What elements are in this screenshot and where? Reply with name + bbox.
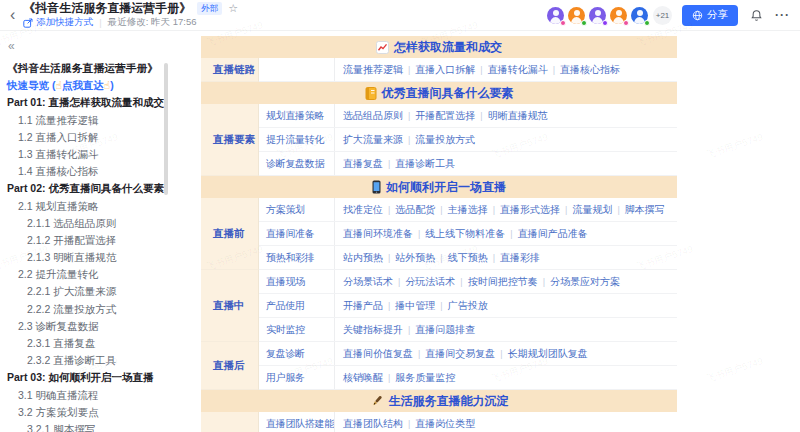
doc-link[interactable]: 直播彩排 [500,251,540,265]
outline-item[interactable]: 快速导览 (☝点我直达☝) [0,77,176,94]
avatar[interactable] [589,7,606,24]
bell-icon[interactable] [750,9,763,22]
doc-link[interactable]: 开播产品 [343,299,383,313]
doc-link[interactable]: 线上线下物料准备 [425,227,505,241]
outline-item[interactable]: 2.2 提升流量转化 [0,266,176,283]
outline-item[interactable]: 2.1.1 选品组品原则 [0,215,176,232]
sidebar-scrollbar[interactable] [164,63,168,195]
outline-item[interactable]: 2.2.1 扩大流量来源 [0,283,176,300]
doc-link[interactable]: 直播诊断工具 [395,157,455,171]
table-group: 直播前方案策划找准定位|选品配货|主播选择|直播形式选择|流量规划|脚本撰写直播… [201,198,677,270]
status-dot [623,20,629,26]
collapse-sidebar-icon[interactable]: « [8,39,15,53]
outline-item[interactable]: 2.1 规划直播策略 [0,198,176,215]
doc-link[interactable]: 站外预热 [395,251,435,265]
outline-item[interactable]: 3.1 明确直播流程 [0,387,176,404]
doc-link[interactable]: 直播间价值复盘 [343,347,413,361]
doc-link[interactable]: 直播间交易复盘 [425,347,495,361]
outline-item[interactable]: 3.2 方案策划要点 [0,404,176,421]
outline-item[interactable]: 2.2.2 流量投放方式 [0,301,176,318]
outline-list: 《抖音生活服务直播运营手册》快速导览 (☝点我直达☝)Part 01: 直播怎样… [0,60,176,432]
subcategory-link[interactable]: 预热和彩排 [259,246,335,269]
doc-link[interactable]: 选品组品原则 [343,109,403,123]
outline-item[interactable]: Part 03: 如何顺利开启一场直播 [0,369,176,386]
doc-link[interactable]: 直播问题排查 [415,323,475,337]
doc-link[interactable]: 直播入口拆解 [415,63,475,77]
subcategory-link[interactable]: 诊断复盘数据 [259,152,335,175]
doc-link[interactable]: 直播团队结构 [343,417,403,431]
subcategory-link[interactable]: 直播现场 [259,270,335,293]
collaborator-count-badge[interactable]: +21 [653,6,672,25]
outline-item[interactable]: Part 02: 优秀直播间具备什么要素 [0,180,176,197]
avatar[interactable] [568,7,585,24]
outline-item[interactable]: 1.4 直播核心指标 [0,163,176,180]
link-separator: | [418,349,420,359]
doc-link[interactable]: 找准定位 [343,203,383,217]
band-header: 怎样获取流量和成交 [201,36,677,58]
subcategory-link[interactable]: 规划直播策略 [259,104,335,127]
doc-link[interactable]: 直播核心指标 [560,63,620,77]
table-row: 流量推荐逻辑|直播入口拆解|直播转化漏斗|直播核心指标 [259,58,677,82]
outline-item[interactable]: 2.3 诊断复盘数据 [0,318,176,335]
outline-item[interactable]: 《抖音生活服务直播运营手册》 [0,60,176,77]
outline-item[interactable]: 2.1.3 明晰直播规范 [0,249,176,266]
link-separator: | [408,325,410,335]
avatar[interactable] [610,7,627,24]
subcategory-link[interactable]: 用户服务 [259,366,335,389]
doc-link[interactable]: 直播复盘 [343,157,383,171]
subcategory-link[interactable]: 直播间准备 [259,222,335,245]
doc-link[interactable]: 直播转化漏斗 [488,63,548,77]
avatar[interactable] [547,7,564,24]
outline-item[interactable]: 1.1 流量推荐逻辑 [0,112,176,129]
doc-link[interactable]: 主播选择 [448,203,488,217]
doc-link[interactable]: 脚本撰写 [625,203,665,217]
doc-link[interactable]: 开播配置选择 [415,109,475,123]
doc-link[interactable]: 分玩法话术 [405,275,455,289]
outline-item[interactable]: 1.2 直播入口拆解 [0,129,176,146]
doc-link[interactable]: 线下预热 [448,251,488,265]
outline-item[interactable]: 1.3 直播转化漏斗 [0,146,176,163]
subcategory-link[interactable]: 直播团队搭建能力 [259,412,335,432]
doc-link[interactable]: 扩大流量来源 [343,133,403,147]
doc-link[interactable]: 选品配货 [395,203,435,217]
doc-link[interactable]: 播中管理 [395,299,435,313]
doc-link[interactable]: 关键指标提升 [343,323,403,337]
avatar[interactable] [631,7,648,24]
outline-item[interactable]: Part 01: 直播怎样获取流量和成交 [0,94,176,111]
doc-link[interactable]: 直播间产品准备 [518,227,588,241]
star-icon[interactable]: ☆ [228,3,238,14]
subcategory-link[interactable]: 提升流量转化 [259,128,335,151]
doc-link[interactable]: 直播间环境准备 [343,227,413,241]
subcategory-link[interactable]: 方案策划 [259,198,335,221]
outline-item[interactable]: 2.3.1 直播复盘 [0,335,176,352]
doc-link[interactable]: 流量规划 [572,203,612,217]
back-button[interactable]: ‹ [10,7,15,23]
doc-link[interactable]: 广告投放 [448,299,488,313]
share-button[interactable]: 分享 [682,5,738,26]
add-shortcut-button[interactable]: 添加快捷方式 [23,16,93,29]
doc-link[interactable]: 分场景应对方案 [550,275,620,289]
subcategory-link[interactable]: 产品使用 [259,294,335,317]
table-group: 直播要素规划直播策略选品组品原则|开播配置选择|明晰直播规范提升流量转化扩大流量… [201,104,677,176]
doc-link[interactable]: 流量投放方式 [415,133,475,147]
link-separator: | [408,135,410,145]
link-separator: | [388,205,390,215]
doc-link[interactable]: 流量推荐逻辑 [343,63,403,77]
doc-link[interactable]: 服务质量监控 [395,371,455,385]
outline-item[interactable]: 2.3.2 直播诊断工具 [0,352,176,369]
more-options-icon[interactable]: ··· [775,8,790,22]
doc-link[interactable]: 明晰直播规范 [488,109,548,123]
title-block: 《抖音生活服务直播运营手册》 外部 ☆ 添加快捷方式 | 最近修改: 昨天 17… [23,1,238,29]
doc-link[interactable]: 直播形式选择 [500,203,560,217]
doc-link[interactable]: 核销唤醒 [343,371,383,385]
doc-link[interactable]: 分场景话术 [343,275,393,289]
doc-link[interactable]: 站内预热 [343,251,383,265]
subcategory-link[interactable]: 实时监控 [259,318,335,341]
doc-link[interactable]: 长期规划团队复盘 [508,347,588,361]
doc-link[interactable]: 按时间把控节奏 [468,275,538,289]
subcategory-link[interactable]: 复盘诊断 [259,342,335,365]
outline-item[interactable]: 3.2.1 脚本撰写 [0,421,176,432]
table-row: 用户服务核销唤醒|服务质量监控 [259,366,677,390]
outline-item[interactable]: 2.1.2 开播配置选择 [0,232,176,249]
doc-link[interactable]: 直播岗位类型 [415,417,475,431]
